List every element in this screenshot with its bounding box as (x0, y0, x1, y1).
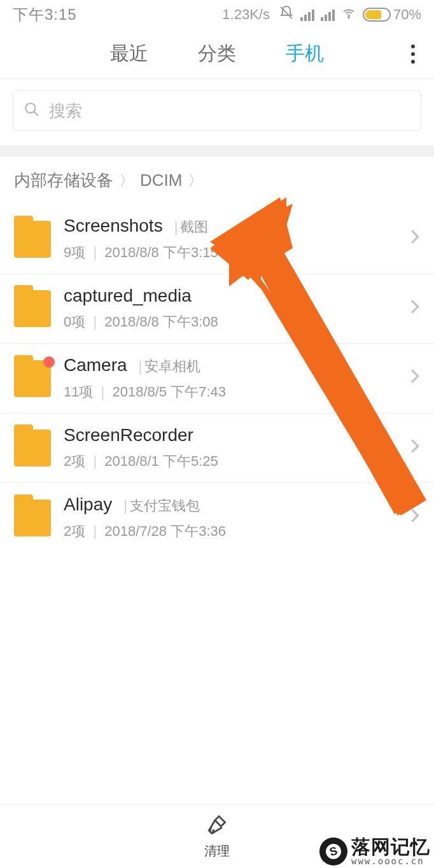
folder-name: Alipay (64, 494, 112, 515)
folder-count: 2项 (64, 453, 85, 469)
folder-info: ScreenRecorder 2项 | 2018/8/1 下午5:25 (64, 425, 405, 471)
breadcrumb-root[interactable]: 内部存储设备 (14, 169, 113, 192)
folder-info: Alipay |支付宝钱包 2项 | 2018/7/28 下午3:36 (64, 494, 405, 541)
battery-indicator: 70% (363, 6, 421, 23)
svg-point-1 (348, 17, 349, 18)
folder-name: Camera (64, 355, 127, 375)
folder-count: 9项 (64, 244, 85, 260)
folder-date: 2018/8/8 下午3:08 (104, 314, 218, 330)
battery-icon (363, 8, 391, 22)
folder-row-alipay[interactable]: Alipay |支付宝钱包 2项 | 2018/7/28 下午3:36 (0, 483, 434, 552)
tab-recent[interactable]: 最近 (108, 37, 151, 71)
chevron-right-icon (405, 368, 420, 389)
wifi-icon (341, 5, 356, 24)
search-box[interactable] (13, 90, 421, 131)
chevron-right-icon (405, 507, 420, 528)
folder-list: Screenshots |截图 9项 | 2018/8/8 下午3:15 cap… (0, 204, 434, 552)
search-icon (24, 101, 40, 120)
folder-name: captured_media (64, 286, 192, 306)
mute-icon (279, 5, 294, 24)
folder-icon (14, 360, 51, 397)
folder-icon (14, 430, 51, 466)
signal-icon-2 (321, 8, 335, 21)
clean-button[interactable]: 清理 (204, 813, 230, 860)
breadcrumb-dcim[interactable]: DCIM (140, 171, 182, 190)
folder-subtitle: 安卓相机 (144, 358, 200, 374)
folder-icon (14, 290, 51, 327)
folder-count: 2项 (64, 523, 85, 539)
section-divider (0, 145, 434, 157)
folder-count: 11项 (64, 384, 93, 400)
signal-icon-1 (300, 8, 314, 21)
folder-date: 2018/7/28 下午3:36 (104, 523, 226, 539)
chevron-right-icon: 〉 (120, 171, 134, 190)
folder-date: 2018/8/1 下午5:25 (104, 453, 218, 469)
folder-row-captured-media[interactable]: captured_media 0项 | 2018/8/8 下午3:08 (0, 274, 434, 344)
chevron-right-icon (405, 298, 420, 319)
folder-icon (14, 221, 51, 258)
folder-row-screenrecorder[interactable]: ScreenRecorder 2项 | 2018/8/1 下午5:25 (0, 414, 434, 483)
svg-point-2 (25, 103, 35, 113)
folder-name: ScreenRecorder (64, 425, 193, 445)
broom-icon (205, 813, 229, 840)
svg-line-3 (34, 111, 38, 116)
top-tabs: 最近 分类 手机 (0, 29, 434, 79)
folder-info: Camera |安卓相机 11项 | 2018/8/5 下午7:43 (64, 355, 405, 402)
chevron-right-icon (405, 438, 420, 459)
status-bar: 下午3:15 1.23K/s 70% (0, 0, 434, 29)
folder-icon (14, 500, 51, 536)
folder-row-camera[interactable]: Camera |安卓相机 11项 | 2018/8/5 下午7:43 (0, 344, 434, 414)
folder-row-screenshots[interactable]: Screenshots |截图 9项 | 2018/8/8 下午3:15 (0, 204, 434, 274)
status-right: 1.23K/s 70% (222, 5, 421, 24)
battery-percent: 70% (393, 6, 421, 23)
folder-date: 2018/8/5 下午7:43 (112, 384, 226, 400)
tab-category[interactable]: 分类 (195, 37, 239, 71)
folder-count: 0项 (64, 314, 85, 330)
folder-date: 2018/8/8 下午3:15 (104, 244, 218, 260)
net-speed: 1.23K/s (222, 6, 270, 23)
folder-subtitle: 截图 (180, 219, 208, 235)
more-menu-button[interactable] (411, 45, 415, 64)
folder-name: Screenshots (64, 216, 163, 236)
search-input[interactable] (49, 101, 410, 121)
chevron-right-icon (405, 228, 420, 249)
tab-phone[interactable]: 手机 (283, 37, 326, 71)
search-area (0, 79, 434, 145)
folder-subtitle: 支付宝钱包 (130, 498, 200, 514)
folder-info: captured_media 0项 | 2018/8/8 下午3:08 (64, 286, 405, 332)
chevron-right-icon: 〉 (188, 171, 202, 190)
status-time: 下午3:15 (13, 4, 77, 25)
folder-info: Screenshots |截图 9项 | 2018/8/8 下午3:15 (64, 216, 405, 262)
clean-label: 清理 (204, 843, 230, 860)
bottom-bar: 清理 (0, 804, 434, 868)
breadcrumb: 内部存储设备 〉 DCIM 〉 (0, 157, 434, 204)
